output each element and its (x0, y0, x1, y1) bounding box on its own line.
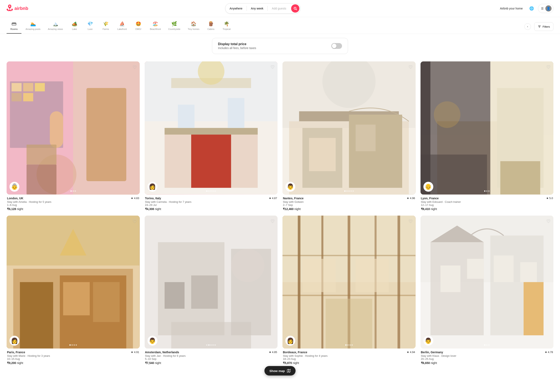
listing-description: Stay with Marie · Hosting for 3 years (7, 354, 139, 357)
listing-price: ₹8,410 night (421, 207, 553, 211)
svg-rect-50 (20, 282, 53, 349)
amazing-pools-icon: 🏊 (30, 21, 36, 27)
dot (346, 191, 348, 192)
listing-price: ₹7,540 night (145, 361, 277, 365)
star-icon: ★ (545, 351, 547, 354)
wishlist-button[interactable]: ♡ (270, 219, 275, 224)
listing-info: Paris, France ★ 4.91 Stay with Marie · H… (7, 349, 140, 365)
image-dots (344, 191, 354, 192)
rooms-icon (11, 21, 17, 27)
listing-description: Stay with Jan · Hosting for 6 years (145, 354, 277, 357)
dot (206, 191, 208, 192)
category-item-omg[interactable]: 🤩 OMG! (131, 20, 146, 34)
wishlist-button[interactable]: ♡ (409, 64, 413, 70)
category-label: Tiny homes (188, 28, 199, 30)
location-search[interactable]: Anywhere (225, 5, 246, 12)
cabins-icon: 🪵 (208, 21, 214, 27)
lake-icon: 🏕️ (72, 21, 77, 27)
rating-value: 4.94 (410, 351, 415, 354)
dot (72, 191, 74, 192)
dot (345, 344, 347, 346)
price-unit: night (431, 361, 437, 365)
svg-rect-81 (520, 262, 537, 282)
listing-card[interactable]: ♡ 👨 Berlin, Germany ★ 4.78 Stay with Kla… (420, 216, 554, 365)
listing-location: Paris, France (7, 351, 25, 354)
star-icon: ★ (269, 351, 271, 354)
listing-image-wrapper: ♡ 👨 (420, 216, 554, 349)
guests-search[interactable]: Add guests (268, 5, 290, 12)
wishlist-button[interactable]: ♡ (409, 219, 413, 224)
listing-card[interactable]: ♡ 👨 Amsterdam, Netherlands ★ 4.85 Stay w… (145, 216, 278, 365)
dot (488, 191, 490, 192)
rating-value: 4.87 (272, 197, 277, 200)
listing-card[interactable]: ♡ 👩 Bordeaux, France ★ 4.94 Stay with So… (282, 216, 416, 365)
nav-scroll-right-button[interactable]: › (524, 23, 531, 30)
listing-card[interactable]: ♡ 👨 Nantes, France ★ 4.96 Stay with Golw… (282, 61, 416, 211)
listing-card[interactable]: ♡ 👴 Lyon, France ★ 5.0 Stay with Edouard… (420, 61, 554, 211)
listing-dates: 5–10 Sep (145, 357, 277, 361)
svg-rect-78 (440, 265, 460, 292)
dot (210, 344, 212, 346)
toggle-knob (332, 44, 336, 48)
listing-image (282, 216, 416, 349)
amazing-views-icon: 🏔️ (52, 21, 58, 27)
dot (70, 191, 72, 192)
total-price-toggle[interactable] (331, 43, 342, 49)
category-item-lakefront[interactable]: ⛵ Lakefront (114, 20, 130, 34)
listing-location: Amsterdam, Netherlands (145, 351, 179, 354)
card-top-row: Amsterdam, Netherlands ★ 4.85 (145, 351, 277, 354)
search-bar: Anywhere Any week Add guests (225, 3, 300, 14)
category-item-beachfront[interactable]: 🏖️ Beachfront (147, 20, 164, 34)
logo[interactable]: airbnb (7, 5, 28, 13)
star-icon: ★ (407, 351, 409, 354)
host-link[interactable]: Airbnb your home (497, 5, 525, 12)
price-banner-left: Display total price Includes all fees, b… (218, 42, 256, 50)
category-item-luxe[interactable]: 💎 Luxe (83, 20, 98, 34)
wishlist-button[interactable]: ♡ (133, 219, 137, 224)
listing-image-wrapper: ♡ 👩 (145, 61, 278, 195)
header-right: Airbnb your home 🌐 ☰ 👤 (497, 4, 553, 13)
svg-point-60 (231, 249, 264, 282)
listing-image (145, 61, 278, 195)
category-item-amazing-pools[interactable]: 🏊 Amazing pools (22, 20, 44, 34)
listing-card[interactable]: ♡ 👩 Paris, France ★ 4.91 Stay with Marie… (7, 216, 140, 365)
svg-rect-12 (35, 83, 45, 91)
wishlist-button[interactable]: ♡ (270, 64, 275, 70)
category-item-tropical[interactable]: 🌴 Tropical (219, 20, 234, 34)
filters-button[interactable]: Filters (534, 22, 553, 31)
listing-card[interactable]: ♡ 👵 London, UK ★ 4.83 Stay with Amelia ·… (7, 61, 140, 211)
dot (484, 191, 485, 192)
category-label: Lakefront (118, 28, 127, 30)
svg-rect-71 (302, 259, 336, 292)
language-button[interactable]: 🌐 (528, 5, 535, 12)
category-item-countryside[interactable]: 🌿 Countryside (165, 20, 184, 34)
farms-icon: 🌾 (103, 21, 109, 27)
price-unit: night (155, 361, 161, 365)
category-item-farms[interactable]: 🌾 Farms (99, 20, 113, 34)
category-item-cabins[interactable]: 🪵 Cabins (204, 20, 218, 34)
category-item-amazing-views[interactable]: 🏔️ Amazing views (44, 20, 66, 34)
svg-rect-11 (23, 83, 33, 91)
category-item-tiny-homes[interactable]: 🏠 Tiny homes (184, 20, 202, 34)
listing-image (7, 216, 140, 349)
listing-info: Amsterdam, Netherlands ★ 4.85 Stay with … (145, 349, 278, 365)
svg-rect-73 (326, 299, 372, 349)
wishlist-button[interactable]: ♡ (546, 219, 550, 224)
dot (351, 344, 353, 346)
dot (206, 344, 208, 346)
show-map-button[interactable]: Show map (264, 366, 295, 375)
dot (350, 191, 352, 192)
listing-card[interactable]: ♡ 👩 Torino, Italy ★ 4.87 Stay with Carme… (145, 61, 278, 211)
date-search[interactable]: Any week (247, 5, 268, 12)
listing-location: Bordeaux, France (283, 351, 307, 354)
svg-rect-59 (191, 275, 218, 309)
user-menu[interactable]: ☰ 👤 (538, 4, 553, 13)
category-item-rooms[interactable]: Rooms (7, 20, 21, 34)
category-item-lake[interactable]: 🏕️ Lake (67, 20, 82, 34)
image-dots (70, 344, 77, 346)
svg-rect-10 (11, 83, 21, 91)
wishlist-button[interactable]: ♡ (133, 64, 137, 70)
wishlist-button[interactable]: ♡ (546, 64, 550, 70)
search-submit-button[interactable] (291, 4, 299, 13)
star-icon: ★ (269, 197, 271, 200)
